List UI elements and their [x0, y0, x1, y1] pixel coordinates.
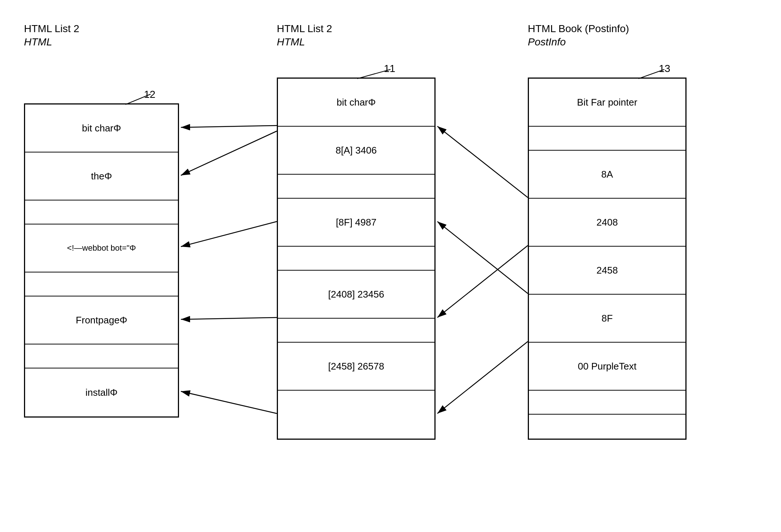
- svg-line-12: [437, 341, 528, 413]
- right-list-box: Bit Far pointer 8A 2408 2458 8F 00 Purpl…: [528, 78, 687, 440]
- middle-cell-2: [278, 175, 434, 199]
- middle-col-label: HTML List 2 HTML: [277, 22, 332, 49]
- middle-cell-7: [2458] 26578: [278, 343, 434, 391]
- right-cell-3: 2408: [529, 199, 685, 247]
- svg-line-11: [437, 222, 528, 294]
- middle-col-title: HTML List 2: [277, 23, 332, 34]
- right-col-subtitle: PostInfo: [528, 36, 566, 48]
- left-cell-0: bit charΦ: [25, 104, 178, 152]
- right-cell-4: 2458: [529, 247, 685, 295]
- right-cell-2: 8A: [529, 151, 685, 199]
- left-col-label: HTML List 2 HTML: [24, 22, 79, 49]
- right-cell-6: 00 PurpleText: [529, 343, 685, 391]
- svg-line-7: [181, 318, 277, 319]
- left-cell-2: [25, 200, 178, 224]
- middle-cell-1: 8[A] 3406: [278, 127, 434, 175]
- left-cell-5: FrontpageΦ: [25, 296, 178, 344]
- right-col-label: HTML Book (Postinfo) PostInfo: [528, 22, 629, 49]
- left-cell-4: [25, 272, 178, 296]
- middle-cell-0: bit charΦ: [278, 79, 434, 127]
- left-cell-1: theΦ: [25, 152, 178, 200]
- middle-cell-8: [278, 391, 434, 439]
- middle-cell-5: [2408] 23456: [278, 271, 434, 319]
- middle-cell-6: [278, 319, 434, 343]
- right-col-title: HTML Book (Postinfo): [528, 23, 629, 34]
- left-cell-6: [25, 344, 178, 368]
- left-cell-7: installΦ: [25, 368, 178, 416]
- middle-list-box: bit charΦ 8[A] 3406 [8F] 4987 [2408] 234…: [277, 78, 436, 440]
- svg-line-6: [181, 222, 277, 247]
- middle-cell-3: [8F] 4987: [278, 199, 434, 247]
- ref-num-left: 12: [144, 89, 155, 100]
- left-col-title: HTML List 2: [24, 23, 79, 34]
- right-cell-0: Bit Far pointer: [529, 79, 685, 127]
- right-cell-8: [529, 415, 685, 439]
- right-cell-1: [529, 127, 685, 151]
- right-cell-7: [529, 391, 685, 415]
- svg-line-4: [181, 126, 277, 127]
- svg-line-8: [181, 391, 277, 413]
- left-cell-3: <!—webbot bot="Φ: [25, 224, 178, 272]
- ref-num-middle: 11: [384, 63, 395, 75]
- diagram-container: HTML List 2 HTML HTML List 2 HTML HTML B…: [0, 0, 781, 532]
- svg-line-5: [181, 131, 277, 175]
- ref-num-right: 13: [659, 63, 670, 75]
- svg-line-9: [437, 126, 528, 198]
- svg-line-10: [437, 246, 528, 318]
- middle-col-subtitle: HTML: [277, 36, 305, 48]
- left-col-subtitle: HTML: [24, 36, 52, 48]
- middle-cell-4: [278, 247, 434, 271]
- right-cell-5: 8F: [529, 295, 685, 343]
- left-list-box: bit charΦ theΦ <!—webbot bot="Φ Frontpag…: [24, 103, 179, 418]
